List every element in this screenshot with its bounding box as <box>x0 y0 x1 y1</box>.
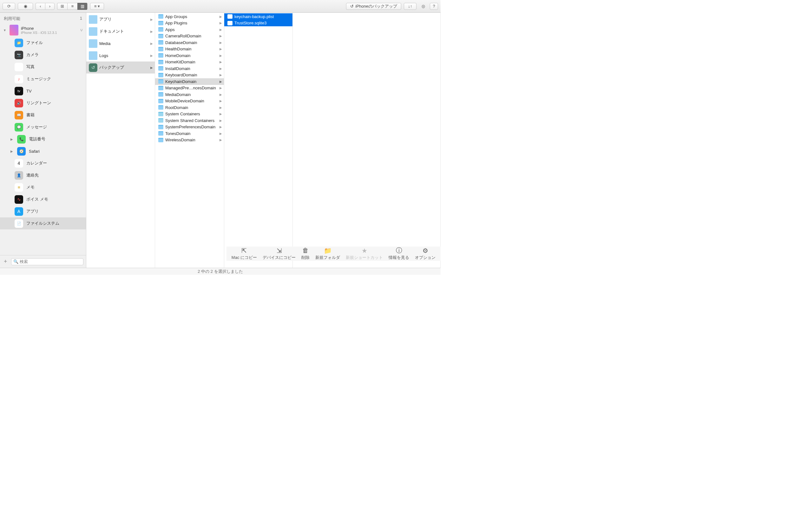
view-icon-button[interactable]: ⊞ <box>57 3 67 10</box>
chevron-right-icon: ▶ <box>219 60 222 64</box>
search-input[interactable] <box>20 259 81 264</box>
file-row[interactable]: keychain-backup.plist <box>224 13 293 20</box>
row-label: System Containers <box>165 112 217 116</box>
folder-row[interactable]: WirelessDomain▶ <box>155 137 224 144</box>
view-list-button[interactable]: ≡ <box>67 3 78 10</box>
category-row[interactable]: アプリ▶ <box>86 13 155 25</box>
add-button[interactable]: + <box>3 258 9 265</box>
help-button[interactable]: ? <box>430 3 438 10</box>
folder-icon <box>158 21 163 25</box>
sidebar-item[interactable]: ≡メモ <box>0 181 86 193</box>
chevron-right-icon: ▶ <box>219 15 222 18</box>
device-row[interactable]: ▼ iPhone iPhone XS - iOS 12.3.1 ⑂ <box>0 23 86 37</box>
folder-row[interactable]: SystemPreferencesDomain▶ <box>155 124 224 130</box>
sidebar-item[interactable]: 📁ファイル <box>0 37 86 49</box>
folder-icon <box>158 34 163 38</box>
category-row[interactable]: ドキュメント▶ <box>86 25 155 38</box>
chevron-down-icon: ▼ <box>3 29 6 32</box>
sidebar-item-label: 電話番号 <box>29 136 45 142</box>
folder-row[interactable]: App Groups▶ <box>155 13 224 20</box>
folder-row[interactable]: ManagedPre…ncesDomain▶ <box>155 85 224 92</box>
file-icon <box>227 21 233 25</box>
sidebar-item[interactable]: 🏞写真 <box>0 61 86 73</box>
sidebar-item[interactable]: 💬メッセージ <box>0 121 86 133</box>
folder-row[interactable]: InstallDomain▶ <box>155 65 224 72</box>
sidebar-item[interactable]: ▶📞電話番号 <box>0 133 86 145</box>
folder-icon <box>158 27 163 32</box>
folder-icon <box>89 51 97 60</box>
transfers-button[interactable]: ↓↑ <box>404 3 416 10</box>
sidebar-item-label: Safari <box>29 149 40 154</box>
category-row[interactable]: Media▶ <box>86 38 155 49</box>
chevron-right-icon: ▶ <box>150 30 153 33</box>
app-icon: 📄 <box>14 219 23 228</box>
folder-row[interactable]: HealthDomain▶ <box>155 46 224 53</box>
row-label: keychain-backup.plist <box>235 14 291 19</box>
sidebar-item-label: カレンダー <box>26 160 47 166</box>
folder-row[interactable]: RootDomain▶ <box>155 104 224 111</box>
action-button[interactable]: 🗑削除 <box>301 247 310 261</box>
sidebar-item[interactable]: 📄ファイルシステム <box>0 217 86 229</box>
folder-row[interactable]: System Shared Containers▶ <box>155 117 224 124</box>
app-icon: tv <box>14 87 23 95</box>
sidebar-item[interactable]: 📷カメラ <box>0 49 86 61</box>
file-row[interactable]: TrustStore.sqlite3 <box>224 20 293 26</box>
view-column-button[interactable]: ▥ <box>78 3 88 10</box>
row-label: SystemPreferencesDomain <box>165 124 217 129</box>
row-label: KeyboardDomain <box>165 72 217 77</box>
sidebar-item[interactable]: ▶🧭Safari <box>0 145 86 157</box>
path-button[interactable]: ↺ iPhoneのバックアップ <box>346 3 401 10</box>
row-label: App Plugins <box>165 20 217 25</box>
app-icon: 👤 <box>14 171 23 180</box>
category-row[interactable]: Logs▶ <box>86 49 155 61</box>
folder-row[interactable]: System Containers▶ <box>155 111 224 118</box>
action-button[interactable]: ⇱Mac にコピー <box>232 247 257 261</box>
folder-icon <box>89 15 97 24</box>
folder-row[interactable]: App Plugins▶ <box>155 20 224 26</box>
quicklook-button[interactable]: ◉ <box>18 3 33 10</box>
sidebar-item[interactable]: 👤連絡先 <box>0 169 86 181</box>
sidebar-item[interactable]: ∿ボイス メモ <box>0 193 86 205</box>
view-group: ⊞ ≡ ▥ <box>57 3 88 10</box>
column-2: App Groups▶App Plugins▶Apps▶CameraRollDo… <box>155 13 224 268</box>
row-label: Logs <box>99 53 148 58</box>
folder-row[interactable]: HomeDomain▶ <box>155 52 224 59</box>
sidebar-item[interactable]: 🔊リングトーン <box>0 97 86 109</box>
row-label: System Shared Containers <box>165 118 217 123</box>
app-icon: 📞 <box>17 135 26 144</box>
sidebar-item[interactable]: 📖書籍 <box>0 109 86 121</box>
app-icon: ♪ <box>14 75 23 83</box>
folder-row[interactable]: MobileDeviceDomain▶ <box>155 98 224 105</box>
sidebar-item[interactable]: tvTV <box>0 85 86 97</box>
row-label: バックアップ <box>99 65 148 70</box>
content-area: アプリ▶ドキュメント▶Media▶Logs▶↺バックアップ▶ App Group… <box>86 13 441 268</box>
app-icon: A <box>14 207 23 216</box>
sidebar-item[interactable]: Aアプリ <box>0 205 86 217</box>
sidebar-item[interactable]: 4カレンダー <box>0 157 86 169</box>
folder-row[interactable]: HomeKitDomain▶ <box>155 59 224 66</box>
folder-row[interactable]: KeychainDomain▶ <box>155 78 224 85</box>
folder-row[interactable]: DatabaseDomain▶ <box>155 39 224 46</box>
action-button[interactable]: ⚙オプション <box>415 247 436 261</box>
folder-row[interactable]: KeyboardDomain▶ <box>155 72 224 78</box>
action-icon: ★ <box>362 247 367 254</box>
sidebar-item-label: 書籍 <box>26 112 35 118</box>
back-button[interactable]: ‹ <box>36 3 45 10</box>
category-row[interactable]: ↺バックアップ▶ <box>86 61 155 73</box>
folder-row[interactable]: MediaDomain▶ <box>155 91 224 98</box>
arrange-button[interactable]: ≡ ▾ <box>90 3 104 10</box>
folder-row[interactable]: CameraRollDomain▶ <box>155 33 224 40</box>
forward-button[interactable]: › <box>45 3 55 10</box>
action-label: 削除 <box>301 255 310 261</box>
wifi-icon[interactable]: ◎ <box>419 3 427 10</box>
action-button[interactable]: ⇲デバイスにコピー <box>263 247 296 261</box>
action-button[interactable]: 📁新規フォルダ <box>315 247 340 261</box>
folder-row[interactable]: Apps▶ <box>155 26 224 33</box>
status-text: 2 中の 2 を選択しました <box>198 269 243 274</box>
sidebar-item[interactable]: ♪ミュージック <box>0 73 86 85</box>
folder-row[interactable]: TonesDomain▶ <box>155 130 224 137</box>
action-button[interactable]: ⓘ情報を見る <box>389 247 409 261</box>
chevron-right-icon: ▶ <box>219 125 222 129</box>
reload-button[interactable]: ⟳ <box>3 3 15 10</box>
search-field[interactable]: 🔍 <box>11 258 84 265</box>
